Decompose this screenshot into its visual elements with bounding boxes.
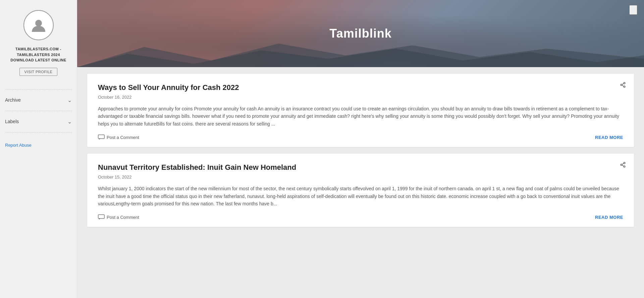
report-abuse-link[interactable]: Report Abuse xyxy=(5,143,72,148)
share-button-post-2[interactable] xyxy=(620,162,626,169)
post-comment-button-1[interactable]: Post a Comment xyxy=(98,134,139,140)
post-card: Ways to Sell Your Annuity for Cash 2022 … xyxy=(87,74,634,147)
svg-point-7 xyxy=(624,86,625,88)
profile-name: TAMILBLASTERS.COM - TAMILBLASTERS 2024 D… xyxy=(5,46,72,63)
comment-icon-2 xyxy=(98,214,105,220)
post-card-2: Nunavut Territory Established: Inuit Gai… xyxy=(87,154,634,227)
archive-chevron-icon: ⌄ xyxy=(67,97,72,103)
post-footer-2: Post a Comment READ MORE xyxy=(98,214,623,220)
avatar xyxy=(23,10,54,40)
sidebar: TAMILBLASTERS.COM - TAMILBLASTERS 2024 D… xyxy=(0,0,77,298)
post-excerpt-1: Approaches to promote your annuity for c… xyxy=(98,105,623,128)
read-more-button-1[interactable]: READ MORE xyxy=(595,135,623,140)
svg-point-12 xyxy=(621,164,622,166)
post-title-1[interactable]: Ways to Sell Your Annuity for Cash 2022 xyxy=(98,83,623,92)
archive-label: Archive xyxy=(5,97,21,103)
svg-point-5 xyxy=(624,83,625,84)
svg-rect-10 xyxy=(98,135,104,139)
search-button[interactable] xyxy=(629,5,637,15)
svg-point-6 xyxy=(621,84,622,86)
post-comment-label-2: Post a Comment xyxy=(107,215,139,220)
svg-rect-16 xyxy=(98,215,104,219)
svg-point-1 xyxy=(631,7,635,11)
visit-profile-button[interactable]: VISIT PROFILE xyxy=(19,68,58,76)
blog-title: Tamilblink xyxy=(329,27,391,41)
main-content: Tamilblink Ways to Sell Your Annuity for… xyxy=(77,0,644,298)
sidebar-archive-section[interactable]: Archive ⌄ xyxy=(5,93,72,107)
post-comment-label-1: Post a Comment xyxy=(107,135,139,140)
sidebar-divider-3 xyxy=(5,132,72,133)
svg-line-15 xyxy=(622,163,624,164)
labels-chevron-icon: ⌄ xyxy=(67,118,72,125)
svg-point-11 xyxy=(624,162,625,164)
sidebar-divider-2 xyxy=(5,111,72,111)
sidebar-divider-1 xyxy=(5,89,72,90)
labels-label: Labels xyxy=(5,119,19,124)
sidebar-labels-section[interactable]: Labels ⌄ xyxy=(5,114,72,129)
post-comment-button-2[interactable]: Post a Comment xyxy=(98,214,139,220)
share-button-post-1[interactable] xyxy=(620,82,626,90)
post-title-2[interactable]: Nunavut Territory Established: Inuit Gai… xyxy=(98,163,623,172)
posts-area: Ways to Sell Your Annuity for Cash 2022 … xyxy=(77,67,644,298)
svg-line-2 xyxy=(634,10,636,12)
svg-point-13 xyxy=(624,166,625,167)
svg-line-9 xyxy=(622,84,624,85)
post-date-1: October 16, 2022 xyxy=(98,95,623,100)
post-date-2: October 15, 2022 xyxy=(98,175,623,180)
post-excerpt-2: Whilst january 1, 2000 indicators the st… xyxy=(98,185,623,207)
read-more-button-2[interactable]: READ MORE xyxy=(595,215,623,220)
svg-line-8 xyxy=(622,85,624,86)
svg-point-0 xyxy=(35,20,42,27)
hero-header: Tamilblink xyxy=(77,0,644,67)
comment-icon-1 xyxy=(98,134,105,140)
post-footer-1: Post a Comment READ MORE xyxy=(98,134,623,140)
svg-line-14 xyxy=(622,165,624,166)
